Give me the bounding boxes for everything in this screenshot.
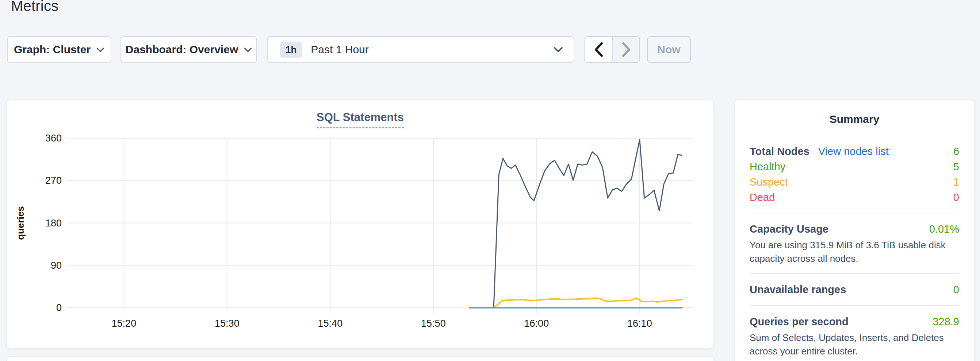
x-tick-label: 15:40 bbox=[318, 318, 343, 329]
capacity-usage-label: Capacity Usage bbox=[749, 221, 829, 237]
healthy-label: Healthy bbox=[749, 159, 785, 174]
next-time-button[interactable] bbox=[612, 37, 640, 62]
y-tick-label: 180 bbox=[45, 218, 62, 229]
suspect-label: Suspect bbox=[749, 174, 788, 190]
queries-per-second-description: Sum of Selects, Updates, Inserts, and De… bbox=[749, 331, 959, 358]
dashboard-dropdown-label: Dashboard: Overview bbox=[126, 43, 238, 56]
now-button-label: Now bbox=[657, 43, 680, 56]
capacity-usage-description: You are using 315.9 MiB of 3.6 TiB usabl… bbox=[749, 239, 959, 266]
node-status-list: Total Nodes View nodes list 6 Healthy 5 … bbox=[749, 144, 959, 205]
x-tick-label: 16:10 bbox=[627, 318, 652, 329]
total-nodes-value: 6 bbox=[953, 144, 959, 159]
healthy-value: 5 bbox=[953, 159, 959, 174]
divider bbox=[749, 273, 959, 274]
chart-line-series bbox=[494, 140, 682, 308]
dead-value: 0 bbox=[953, 190, 959, 205]
chevron-down-icon bbox=[96, 48, 104, 52]
page-title: Metrics bbox=[11, 0, 59, 14]
suspect-value: 1 bbox=[953, 174, 959, 190]
x-tick-label: 16:00 bbox=[524, 318, 549, 329]
y-axis-label: queries bbox=[15, 206, 26, 240]
unavailable-ranges-label: Unavailable ranges bbox=[749, 282, 846, 298]
view-nodes-list-link[interactable]: View nodes list bbox=[818, 144, 889, 159]
chevron-down-icon bbox=[554, 47, 563, 52]
suspect-nodes-row: Suspect 1 bbox=[749, 174, 959, 190]
unavailable-ranges-value: 0 bbox=[953, 282, 959, 298]
prev-time-button[interactable] bbox=[585, 37, 612, 62]
sql-statements-chart-card: SQL Statements 09018027036015:2015:3015:… bbox=[6, 100, 714, 348]
chevron-down-icon bbox=[244, 48, 252, 52]
y-tick-label: 0 bbox=[56, 302, 62, 313]
graph-dropdown-label: Graph: Cluster bbox=[14, 43, 91, 56]
y-tick-label: 270 bbox=[45, 175, 62, 186]
total-nodes-label: Total Nodes bbox=[749, 144, 810, 159]
dashboard-dropdown[interactable]: Dashboard: Overview bbox=[121, 36, 257, 63]
chart-line-series bbox=[494, 298, 682, 308]
dead-label: Dead bbox=[749, 190, 775, 205]
x-tick-label: 15:20 bbox=[112, 318, 137, 329]
summary-panel: Summary Total Nodes View nodes list 6 He… bbox=[735, 100, 974, 361]
y-tick-label: 90 bbox=[51, 260, 62, 271]
sql-statements-chart: 09018027036015:2015:3015:4015:5016:0016:… bbox=[7, 100, 713, 348]
metrics-page: Metrics Graph: Cluster Dashboard: Overvi… bbox=[0, 0, 980, 361]
divider bbox=[749, 212, 959, 213]
x-tick-label: 15:30 bbox=[215, 318, 240, 329]
queries-per-second-label: Queries per second bbox=[749, 314, 848, 329]
total-nodes-row: Total Nodes View nodes list 6 bbox=[749, 144, 959, 159]
now-button[interactable]: Now bbox=[647, 36, 691, 63]
time-range-label: Past 1 Hour bbox=[311, 43, 548, 56]
divider bbox=[749, 305, 959, 306]
queries-per-second-value: 328.9 bbox=[932, 314, 959, 329]
time-range-badge: 1h bbox=[280, 41, 302, 58]
chevron-right-icon bbox=[622, 42, 631, 57]
time-range-picker[interactable]: 1h Past 1 Hour bbox=[267, 36, 574, 63]
time-nav-group bbox=[584, 36, 640, 63]
chevron-left-icon bbox=[594, 42, 603, 57]
capacity-usage-section: Capacity Usage 0.01% You are using 315.9… bbox=[749, 221, 959, 266]
x-tick-label: 15:50 bbox=[421, 318, 446, 329]
next-chart-card bbox=[6, 356, 714, 361]
healthy-nodes-row: Healthy 5 bbox=[749, 159, 959, 174]
unavailable-ranges-section: Unavailable ranges 0 bbox=[749, 282, 959, 298]
capacity-usage-value: 0.01% bbox=[929, 221, 959, 237]
summary-title: Summary bbox=[749, 113, 959, 125]
dead-nodes-row: Dead 0 bbox=[749, 190, 959, 205]
y-tick-label: 360 bbox=[45, 133, 62, 144]
graph-dropdown[interactable]: Graph: Cluster bbox=[7, 36, 111, 63]
queries-per-second-section: Queries per second 328.9 Sum of Selects,… bbox=[749, 314, 959, 358]
